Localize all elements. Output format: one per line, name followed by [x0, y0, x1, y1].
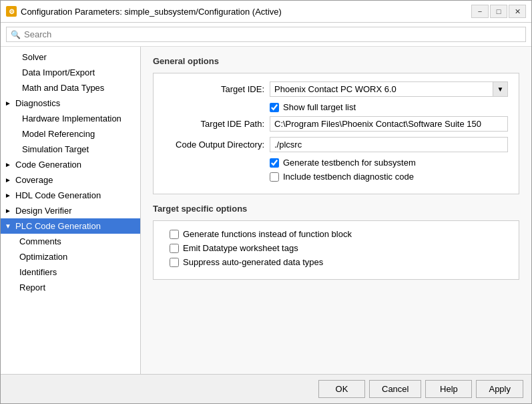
sidebar-label-data-import-export: Data Import/Export — [22, 67, 95, 77]
sidebar-label-math-data-types: Math and Data Types — [22, 83, 104, 93]
code-output-dir-input[interactable] — [270, 137, 508, 152]
sidebar-item-code-generation[interactable]: ► Code Generation — [1, 157, 140, 172]
window-title: Configuration Parameters: simple_subsyst… — [21, 7, 467, 17]
sidebar-item-hdl-code-generation[interactable]: ► HDL Code Generation — [1, 188, 140, 203]
footer: OK Cancel Help Apply — [1, 374, 531, 403]
include-testbench-checkbox[interactable] — [270, 172, 279, 182]
target-specific-group: Generate functions instead of function b… — [153, 220, 519, 280]
show-full-target-row: Show full target list — [164, 102, 508, 112]
sidebar-label-model-referencing: Model Referencing — [22, 129, 95, 139]
generate-testbench-label: Generate testbench for subsystem — [283, 158, 416, 168]
sidebar-item-coverage[interactable]: ► Coverage — [1, 172, 140, 188]
chevron-right-icon: ► — [5, 99, 13, 107]
sidebar-label-hdl-code-generation: HDL Code Generation — [15, 190, 101, 200]
main-window: ⚙ Configuration Parameters: simple_subsy… — [0, 0, 532, 404]
main-panel: General options Target IDE: Phoenix Cont… — [141, 47, 531, 374]
emit-datatype-row: Emit Datatype worksheet tags — [164, 243, 508, 253]
sidebar-label-diagnostics: Diagnostics — [15, 98, 60, 108]
sidebar-label-solver: Solver — [22, 52, 47, 62]
suppress-auto-row: Suppress auto-generated data types — [164, 257, 508, 267]
sidebar-label-report: Report — [19, 282, 45, 292]
sidebar-label-optimization: Optimization — [19, 252, 67, 262]
target-ide-path-control — [270, 116, 508, 132]
sidebar-item-diagnostics[interactable]: ► Diagnostics — [1, 95, 140, 111]
ok-button[interactable]: OK — [318, 380, 365, 398]
include-testbench-row: Include testbench diagnostic code — [164, 172, 508, 182]
emit-datatype-label: Emit Datatype worksheet tags — [183, 243, 298, 253]
generate-functions-checkbox[interactable] — [170, 230, 179, 239]
sidebar-item-simulation-target[interactable]: Simulation Target — [1, 142, 140, 157]
minimize-button[interactable]: − — [471, 5, 489, 18]
show-full-target-label: Show full target list — [283, 102, 356, 112]
sidebar: Solver Data Import/Export Math and Data … — [1, 47, 141, 374]
general-options-group: Target IDE: Phoenix Contact PC WORX 6.0 … — [153, 73, 519, 194]
search-wrap: 🔍 — [6, 27, 526, 42]
target-ide-value: Phoenix Contact PC WORX 6.0 — [270, 82, 493, 96]
include-testbench-label: Include testbench diagnostic code — [283, 172, 414, 182]
chevron-right-icon-5: ► — [5, 207, 13, 214]
target-ide-path-row: Target IDE Path: — [164, 116, 508, 132]
target-ide-dropdown[interactable]: Phoenix Contact PC WORX 6.0 ▼ — [270, 81, 508, 97]
sidebar-item-plc-code-generation[interactable]: ▼ PLC Code Generation — [1, 218, 140, 234]
search-icon: 🔍 — [11, 30, 21, 39]
emit-datatype-checkbox[interactable] — [170, 244, 179, 253]
code-output-dir-label: Code Output Directory: — [164, 140, 264, 150]
sidebar-label-code-generation: Code Generation — [15, 160, 81, 170]
search-input[interactable] — [24, 29, 521, 39]
help-button[interactable]: Help — [425, 380, 472, 398]
sidebar-label-simulation-target: Simulation Target — [22, 144, 89, 154]
target-ide-control: Phoenix Contact PC WORX 6.0 ▼ — [270, 81, 508, 97]
sidebar-label-comments: Comments — [19, 236, 61, 246]
chevron-down-icon: ▼ — [5, 222, 13, 230]
target-ide-path-label: Target IDE Path: — [164, 119, 264, 129]
dropdown-arrow-icon[interactable]: ▼ — [493, 82, 507, 96]
chevron-right-icon-4: ► — [5, 192, 13, 199]
generate-testbench-checkbox[interactable] — [270, 158, 279, 168]
generate-functions-label: Generate functions instead of function b… — [183, 229, 352, 239]
suppress-auto-label: Suppress auto-generated data types — [183, 257, 323, 267]
generate-functions-row: Generate functions instead of function b… — [164, 229, 508, 239]
suppress-auto-checkbox[interactable] — [170, 258, 179, 267]
target-ide-path-input[interactable] — [270, 116, 508, 132]
apply-button[interactable]: Apply — [476, 380, 523, 398]
target-specific-title: Target specific options — [153, 204, 519, 214]
sidebar-item-optimization[interactable]: Optimization — [1, 249, 140, 264]
sidebar-item-solver[interactable]: Solver — [1, 49, 140, 65]
target-ide-row: Target IDE: Phoenix Contact PC WORX 6.0 … — [164, 81, 508, 97]
code-output-dir-control — [270, 137, 508, 152]
close-button[interactable]: ✕ — [509, 5, 526, 18]
sidebar-item-data-import-export[interactable]: Data Import/Export — [1, 65, 140, 80]
search-bar: 🔍 — [1, 23, 531, 47]
sidebar-item-design-verifier[interactable]: ► Design Verifier — [1, 203, 140, 218]
code-output-dir-row: Code Output Directory: — [164, 137, 508, 152]
maximize-button[interactable]: □ — [490, 5, 507, 18]
sidebar-item-identifiers[interactable]: Identifiers — [1, 264, 140, 280]
sidebar-label-plc-code-generation: PLC Code Generation — [15, 221, 101, 231]
sidebar-item-math-data-types[interactable]: Math and Data Types — [1, 80, 140, 95]
general-options-title: General options — [153, 56, 519, 66]
app-icon: ⚙ — [6, 6, 17, 17]
sidebar-item-model-referencing[interactable]: Model Referencing — [1, 126, 140, 142]
cancel-button[interactable]: Cancel — [369, 380, 421, 398]
sidebar-item-hardware-impl[interactable]: Hardware Implementation — [1, 111, 140, 126]
window-controls: − □ ✕ — [471, 5, 526, 18]
content-area: Solver Data Import/Export Math and Data … — [1, 47, 531, 374]
sidebar-label-coverage: Coverage — [15, 175, 53, 185]
chevron-right-icon-2: ► — [5, 161, 13, 168]
sidebar-label-identifiers: Identifiers — [19, 267, 57, 277]
show-full-target-checkbox[interactable] — [270, 103, 279, 112]
sidebar-label-hardware-impl: Hardware Implementation — [22, 114, 121, 124]
sidebar-item-report[interactable]: Report — [1, 280, 140, 295]
sidebar-label-design-verifier: Design Verifier — [15, 206, 72, 216]
title-bar: ⚙ Configuration Parameters: simple_subsy… — [1, 1, 531, 23]
chevron-right-icon-3: ► — [5, 176, 13, 184]
target-ide-label: Target IDE: — [164, 84, 264, 94]
generate-testbench-row: Generate testbench for subsystem — [164, 158, 508, 168]
sidebar-item-comments[interactable]: Comments — [1, 234, 140, 249]
